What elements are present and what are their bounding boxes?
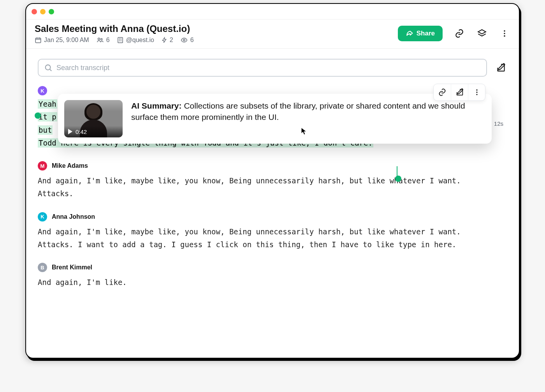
- transcript-segment: B Brent Kimmel And again, I'm like.: [38, 263, 476, 289]
- svg-point-9: [476, 90, 477, 91]
- kebab-menu-button[interactable]: [499, 28, 510, 39]
- speaker-row: B Brent Kimmel: [38, 263, 476, 272]
- search-input[interactable]: [56, 64, 481, 72]
- svg-point-1: [98, 38, 100, 40]
- selection-handle-start[interactable]: [35, 113, 41, 119]
- avatar: B: [38, 263, 47, 272]
- meta-date[interactable]: Jan 25, 9:00 AM: [35, 37, 89, 44]
- svg-point-4: [183, 39, 185, 41]
- meta-attendees[interactable]: 6: [96, 37, 110, 44]
- body: K Yeahid it p, but Todd here is every si…: [26, 49, 519, 358]
- app-window: Sales Meeting with Anna (Quest.io) Jan 2…: [25, 3, 520, 359]
- users-icon: [96, 37, 104, 44]
- titlebar: [26, 4, 519, 19]
- transcript-text[interactable]: And again, I'm like, maybe like, you kno…: [38, 174, 476, 200]
- svg-point-8: [46, 65, 51, 70]
- meta-actions[interactable]: 2: [161, 37, 173, 44]
- speaker-name: Mike Adams: [52, 162, 88, 169]
- play-icon[interactable]: [68, 129, 72, 134]
- meta-domain[interactable]: @quest.io: [117, 37, 154, 44]
- ai-summary-prefix: AI Summary:: [131, 101, 182, 110]
- avatar: M: [38, 161, 47, 171]
- edit-transcript-button[interactable]: [495, 62, 507, 74]
- highlight-text: Yeah: [38, 99, 57, 109]
- popover-edit-button[interactable]: [451, 84, 468, 100]
- header: Sales Meeting with Anna (Quest.io) Jan 2…: [26, 19, 519, 49]
- video-duration: 0:42: [76, 128, 87, 135]
- popover-actions: [433, 84, 485, 101]
- avatar: K: [38, 86, 47, 95]
- share-button[interactable]: Share: [398, 26, 443, 41]
- video-controls: 0:42: [64, 126, 123, 137]
- meta-actions-text: 2: [170, 37, 173, 44]
- transcript-text[interactable]: And again, I'm like, maybe like, you kno…: [38, 225, 476, 251]
- meta-attendees-text: 6: [106, 37, 110, 44]
- transcript-text[interactable]: And again, I'm like.: [38, 276, 476, 289]
- transcript: K Yeahid it p, but Todd here is every si…: [38, 86, 507, 289]
- popover-kebab-button[interactable]: [468, 84, 485, 100]
- page-title: Sales Meeting with Anna (Quest.io): [35, 23, 398, 34]
- selection-handle-end[interactable]: [395, 176, 401, 182]
- highlight-text: it p: [38, 112, 57, 121]
- svg-point-5: [504, 30, 505, 32]
- header-actions: Share: [398, 26, 510, 41]
- transcript-segment: K Anna Johnson And again, I'm like, mayb…: [38, 212, 476, 251]
- search-row: [38, 59, 507, 77]
- svg-point-6: [504, 33, 505, 34]
- copy-link-button[interactable]: [454, 28, 465, 39]
- speaker-name: Anna Johnson: [52, 213, 95, 220]
- header-left: Sales Meeting with Anna (Quest.io) Jan 2…: [35, 23, 398, 44]
- svg-point-7: [504, 35, 505, 37]
- ai-summary-text: AI Summary: Collections are subsets of t…: [131, 100, 485, 123]
- share-arrow-icon: [406, 30, 413, 37]
- avatar: K: [38, 212, 47, 221]
- window-close-button[interactable]: [32, 9, 37, 14]
- meta-bar: Jan 25, 9:00 AM 6 @quest.io: [35, 37, 398, 44]
- svg-point-10: [476, 91, 477, 93]
- svg-point-2: [100, 39, 102, 40]
- meta-date-text: Jan 25, 9:00 AM: [44, 37, 89, 44]
- svg-point-11: [476, 94, 477, 95]
- highlight-duration-text: 12s: [494, 120, 503, 127]
- eye-icon: [180, 37, 188, 44]
- speaker-row: K Anna Johnson: [38, 212, 476, 221]
- video-thumbnail[interactable]: 0:42: [64, 100, 123, 137]
- meta-views[interactable]: 6: [180, 37, 194, 44]
- speaker-name: Brent Kimmel: [52, 264, 92, 271]
- meta-domain-text: @quest.io: [126, 37, 154, 44]
- popover-copy-link-button[interactable]: [434, 84, 451, 100]
- svg-rect-3: [118, 37, 123, 43]
- share-label: Share: [417, 30, 435, 37]
- layers-button[interactable]: [476, 28, 488, 39]
- building-icon: [117, 37, 124, 44]
- speaker-row: M Mike Adams: [38, 161, 476, 171]
- calendar-icon: [35, 37, 42, 44]
- transcript-segment: M Mike Adams And again, I'm like, maybe …: [38, 161, 476, 200]
- meta-views-text: 6: [190, 37, 194, 44]
- bolt-icon: [161, 37, 167, 44]
- highlighted-selection[interactable]: Yeahid it p, but Todd here is every sing…: [38, 98, 476, 149]
- window-zoom-button[interactable]: [49, 9, 54, 14]
- search-box[interactable]: [38, 59, 487, 77]
- search-icon: [44, 63, 53, 72]
- highlight-text: but: [38, 125, 53, 135]
- svg-rect-0: [35, 38, 41, 43]
- window-minimize-button[interactable]: [40, 9, 46, 14]
- ai-summary-popover: 0:42 AI Summary: Collections are subsets…: [58, 94, 492, 144]
